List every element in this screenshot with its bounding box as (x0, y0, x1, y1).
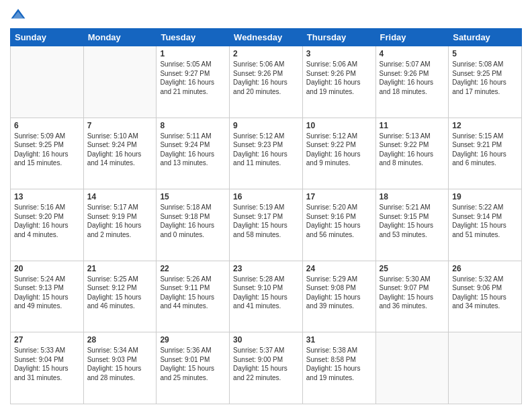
cell-info: Sunrise: 5:26 AMSunset: 9:11 PMDaylight:… (160, 275, 226, 311)
calendar-cell (449, 332, 522, 404)
day-number: 19 (452, 192, 518, 201)
calendar-cell: 18Sunrise: 5:21 AMSunset: 9:15 PMDayligh… (375, 189, 449, 261)
page: SundayMondayTuesdayWednesdayThursdayFrid… (0, 0, 532, 411)
day-number: 5 (452, 49, 518, 58)
day-number: 28 (87, 335, 153, 345)
day-number: 8 (160, 121, 226, 130)
day-number: 3 (306, 49, 372, 58)
week-row-2: 6Sunrise: 5:09 AMSunset: 9:25 PMDaylight… (11, 118, 522, 189)
day-number: 16 (233, 192, 299, 201)
calendar-cell: 16Sunrise: 5:19 AMSunset: 9:17 PMDayligh… (230, 189, 303, 261)
cell-info: Sunrise: 5:11 AMSunset: 9:24 PMDaylight:… (160, 132, 226, 168)
calendar-cell: 30Sunrise: 5:37 AMSunset: 9:00 PMDayligh… (230, 332, 303, 404)
day-number: 26 (452, 264, 518, 273)
weekday-header-tuesday: Tuesday (157, 29, 230, 46)
calendar-cell: 27Sunrise: 5:33 AMSunset: 9:04 PMDayligh… (11, 332, 84, 404)
logo-icon (10, 7, 26, 23)
calendar-cell: 21Sunrise: 5:25 AMSunset: 9:12 PMDayligh… (83, 261, 157, 332)
week-row-5: 27Sunrise: 5:33 AMSunset: 9:04 PMDayligh… (11, 332, 522, 404)
calendar-cell: 24Sunrise: 5:29 AMSunset: 9:08 PMDayligh… (302, 261, 375, 332)
cell-info: Sunrise: 5:06 AMSunset: 9:26 PMDaylight:… (306, 60, 372, 96)
cell-info: Sunrise: 5:21 AMSunset: 9:15 PMDaylight:… (380, 203, 445, 239)
day-number: 11 (380, 121, 445, 130)
calendar-cell: 1Sunrise: 5:05 AMSunset: 9:27 PMDaylight… (157, 46, 230, 118)
calendar-cell: 8Sunrise: 5:11 AMSunset: 9:24 PMDaylight… (157, 118, 230, 189)
day-number: 15 (160, 192, 226, 201)
week-row-4: 20Sunrise: 5:24 AMSunset: 9:13 PMDayligh… (11, 261, 522, 332)
calendar-cell (11, 46, 84, 118)
calendar-cell: 20Sunrise: 5:24 AMSunset: 9:13 PMDayligh… (11, 261, 84, 332)
day-number: 6 (14, 121, 80, 130)
cell-info: Sunrise: 5:38 AMSunset: 8:58 PMDaylight:… (306, 346, 372, 382)
calendar-cell: 2Sunrise: 5:06 AMSunset: 9:26 PMDaylight… (230, 46, 303, 118)
cell-info: Sunrise: 5:33 AMSunset: 9:04 PMDaylight:… (14, 346, 80, 382)
calendar-cell: 26Sunrise: 5:32 AMSunset: 9:06 PMDayligh… (449, 261, 522, 332)
cell-info: Sunrise: 5:20 AMSunset: 9:16 PMDaylight:… (306, 203, 372, 239)
cell-info: Sunrise: 5:07 AMSunset: 9:26 PMDaylight:… (380, 60, 445, 96)
day-number: 1 (160, 49, 226, 58)
cell-info: Sunrise: 5:17 AMSunset: 9:19 PMDaylight:… (87, 203, 153, 239)
cell-info: Sunrise: 5:25 AMSunset: 9:12 PMDaylight:… (87, 275, 153, 311)
day-number: 31 (306, 335, 372, 345)
cell-info: Sunrise: 5:22 AMSunset: 9:14 PMDaylight:… (452, 203, 518, 239)
cell-info: Sunrise: 5:15 AMSunset: 9:21 PMDaylight:… (452, 132, 518, 168)
day-number: 10 (306, 121, 372, 130)
day-number: 4 (380, 49, 445, 58)
day-number: 22 (160, 264, 226, 273)
cell-info: Sunrise: 5:24 AMSunset: 9:13 PMDaylight:… (14, 275, 80, 311)
weekday-header-row: SundayMondayTuesdayWednesdayThursdayFrid… (11, 29, 522, 46)
day-number: 14 (87, 192, 153, 201)
weekday-header-friday: Friday (375, 29, 449, 46)
weekday-header-wednesday: Wednesday (230, 29, 303, 46)
day-number: 7 (87, 121, 153, 130)
week-row-3: 13Sunrise: 5:16 AMSunset: 9:20 PMDayligh… (11, 189, 522, 261)
day-number: 12 (452, 121, 518, 130)
cell-info: Sunrise: 5:18 AMSunset: 9:18 PMDaylight:… (160, 203, 226, 239)
cell-info: Sunrise: 5:37 AMSunset: 9:00 PMDaylight:… (233, 346, 299, 382)
week-row-1: 1Sunrise: 5:05 AMSunset: 9:27 PMDaylight… (11, 46, 522, 118)
weekday-header-saturday: Saturday (449, 29, 522, 46)
calendar-cell: 11Sunrise: 5:13 AMSunset: 9:22 PMDayligh… (375, 118, 449, 189)
cell-info: Sunrise: 5:34 AMSunset: 9:03 PMDaylight:… (87, 346, 153, 382)
cell-info: Sunrise: 5:08 AMSunset: 9:25 PMDaylight:… (452, 60, 518, 96)
day-number: 2 (233, 49, 299, 58)
day-number: 23 (233, 264, 299, 273)
cell-info: Sunrise: 5:28 AMSunset: 9:10 PMDaylight:… (233, 275, 299, 311)
calendar-cell: 23Sunrise: 5:28 AMSunset: 9:10 PMDayligh… (230, 261, 303, 332)
calendar-cell: 22Sunrise: 5:26 AMSunset: 9:11 PMDayligh… (157, 261, 230, 332)
cell-info: Sunrise: 5:13 AMSunset: 9:22 PMDaylight:… (380, 132, 445, 168)
cell-info: Sunrise: 5:19 AMSunset: 9:17 PMDaylight:… (233, 203, 299, 239)
calendar-cell: 15Sunrise: 5:18 AMSunset: 9:18 PMDayligh… (157, 189, 230, 261)
weekday-header-monday: Monday (83, 29, 157, 46)
cell-info: Sunrise: 5:30 AMSunset: 9:07 PMDaylight:… (380, 275, 445, 311)
weekday-header-sunday: Sunday (11, 29, 84, 46)
day-number: 17 (306, 192, 372, 201)
day-number: 27 (14, 335, 80, 345)
day-number: 24 (306, 264, 372, 273)
logo (10, 7, 29, 23)
day-number: 18 (380, 192, 445, 201)
calendar-cell: 28Sunrise: 5:34 AMSunset: 9:03 PMDayligh… (83, 332, 157, 404)
day-number: 29 (160, 335, 226, 345)
cell-info: Sunrise: 5:06 AMSunset: 9:26 PMDaylight:… (233, 60, 299, 96)
day-number: 13 (14, 192, 80, 201)
calendar-cell (375, 332, 449, 404)
calendar-cell: 31Sunrise: 5:38 AMSunset: 8:58 PMDayligh… (302, 332, 375, 404)
day-number: 30 (233, 335, 299, 345)
header (10, 7, 522, 23)
day-number: 20 (14, 264, 80, 273)
cell-info: Sunrise: 5:36 AMSunset: 9:01 PMDaylight:… (160, 346, 226, 382)
cell-info: Sunrise: 5:09 AMSunset: 9:25 PMDaylight:… (14, 132, 80, 168)
cell-info: Sunrise: 5:16 AMSunset: 9:20 PMDaylight:… (14, 203, 80, 239)
calendar-cell: 5Sunrise: 5:08 AMSunset: 9:25 PMDaylight… (449, 46, 522, 118)
cell-info: Sunrise: 5:05 AMSunset: 9:27 PMDaylight:… (160, 60, 226, 96)
day-number: 21 (87, 264, 153, 273)
calendar-cell: 17Sunrise: 5:20 AMSunset: 9:16 PMDayligh… (302, 189, 375, 261)
cell-info: Sunrise: 5:32 AMSunset: 9:06 PMDaylight:… (452, 275, 518, 311)
calendar-cell: 7Sunrise: 5:10 AMSunset: 9:24 PMDaylight… (83, 118, 157, 189)
cell-info: Sunrise: 5:10 AMSunset: 9:24 PMDaylight:… (87, 132, 153, 168)
calendar-cell: 4Sunrise: 5:07 AMSunset: 9:26 PMDaylight… (375, 46, 449, 118)
calendar-cell: 6Sunrise: 5:09 AMSunset: 9:25 PMDaylight… (11, 118, 84, 189)
calendar-cell: 12Sunrise: 5:15 AMSunset: 9:21 PMDayligh… (449, 118, 522, 189)
cell-info: Sunrise: 5:29 AMSunset: 9:08 PMDaylight:… (306, 275, 372, 311)
